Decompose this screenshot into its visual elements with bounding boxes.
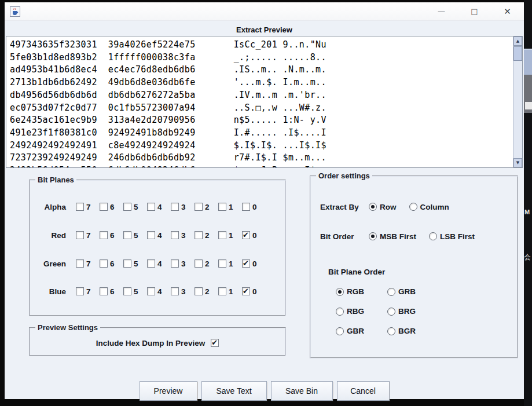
hex-line: 497343635f323031 39a4026ef5224e75 IsCc_2… [10, 39, 512, 52]
bit-cell: 5 [123, 259, 147, 268]
bit-cell: 2 [195, 203, 218, 211]
radio-circle[interactable] [336, 288, 344, 296]
bitplane-blue-2-checkbox[interactable] [195, 287, 203, 295]
bitplane-blue-3-checkbox[interactable] [171, 287, 179, 295]
radio-rgb[interactable]: RGB [336, 287, 387, 296]
scrollbar-thumb[interactable] [513, 46, 522, 61]
bitplane-blue-5-checkbox[interactable] [123, 287, 131, 295]
bitplane-alpha-0-checkbox[interactable] [242, 203, 250, 211]
bitplane-alpha-2-checkbox[interactable] [195, 203, 203, 211]
bitplane-green-0-checkbox[interactable] [242, 259, 250, 268]
radio-msb-first[interactable]: MSB First [369, 232, 416, 241]
radio-gbr[interactable]: GBR [336, 327, 387, 335]
radio-circle[interactable] [369, 232, 377, 240]
minimize-button[interactable]: — [425, 2, 458, 20]
bit-number-label: 3 [181, 231, 186, 240]
bitplane-green-4-checkbox[interactable] [147, 259, 155, 268]
radio-grb[interactable]: GRB [387, 287, 439, 296]
radio-circle[interactable] [336, 308, 344, 316]
bit-plane-row-green: Green76543210 [30, 258, 266, 269]
bit-cell: 3 [171, 203, 195, 211]
radio-bgr[interactable]: BGR [387, 327, 439, 335]
extract-by-row: Extract By RowColumn [320, 201, 462, 213]
hex-line: ec0753d07f2c0d77 0c1fb55723007a94 ..S.□,… [10, 102, 512, 115]
bitplane-blue-1-checkbox[interactable] [218, 287, 226, 295]
bit-plane-row-alpha: Alpha76543210 [30, 201, 266, 213]
radio-label: BRG [398, 307, 416, 316]
channel-label: Alpha [30, 203, 66, 211]
bitplane-green-5-checkbox[interactable] [123, 259, 131, 268]
bitplane-blue-6-checkbox[interactable] [100, 287, 108, 295]
bit-planes-group: Bit Planes Alpha76543210Red76543210Green… [29, 180, 286, 316]
bitplane-alpha-4-checkbox[interactable] [147, 203, 155, 211]
bitplane-red-7-checkbox[interactable] [76, 231, 84, 239]
background-window-artifact [524, 49, 532, 75]
radio-label: GRB [398, 287, 416, 296]
bit-number-label: 4 [157, 203, 162, 211]
save-text-button[interactable]: Save Text [201, 381, 267, 401]
bit-number-label: 0 [252, 203, 257, 211]
bit-plane-order-label: Bit Plane Order [328, 268, 385, 276]
radio-brg[interactable]: BRG [387, 307, 439, 316]
bitplane-blue-4-checkbox[interactable] [147, 287, 155, 295]
bitplane-red-2-checkbox[interactable] [195, 231, 203, 239]
cancel-button[interactable]: Cancel [337, 381, 390, 401]
radio-column[interactable]: Column [409, 203, 449, 211]
vertical-scrollbar[interactable]: ▲ ▼ [513, 36, 522, 167]
hex-lines: 497343635f323031 39a4026ef5224e75 IsCc_2… [10, 39, 512, 167]
radio-row[interactable]: Row [369, 203, 397, 211]
bit-number-label: 5 [134, 259, 138, 268]
bitplane-red-3-checkbox[interactable] [171, 231, 179, 239]
bit-cells: 76543210 [76, 259, 266, 268]
bit-cell: 2 [195, 231, 218, 240]
radio-circle[interactable] [409, 203, 417, 211]
hex-line: ad4953b41b6d8ec4 ec4ec76d8edb6db6 .IS..m… [10, 64, 512, 76]
hex-preview-textarea[interactable]: 497343635f323031 39a4026ef5224e75 IsCc_2… [6, 36, 523, 168]
radio-rbg[interactable]: RBG [336, 307, 387, 316]
preview-button[interactable]: Preview [140, 381, 197, 401]
bitplane-green-3-checkbox[interactable] [171, 259, 179, 268]
bit-number-label: 7 [86, 287, 91, 296]
radio-lsb-first[interactable]: LSB First [429, 232, 475, 241]
bitplane-green-6-checkbox[interactable] [100, 259, 108, 268]
bitplane-red-1-checkbox[interactable] [218, 231, 226, 239]
bitplane-alpha-5-checkbox[interactable] [123, 203, 131, 211]
bitplane-red-6-checkbox[interactable] [100, 231, 108, 239]
bitplane-green-2-checkbox[interactable] [195, 259, 203, 268]
radio-circle[interactable] [336, 327, 344, 335]
bit-cell: 6 [100, 231, 123, 240]
titlebar[interactable]: — □ ✕ [5, 2, 524, 21]
extract-preview-dialog: — □ ✕ Extract Preview 497343635f323031 3… [5, 2, 524, 399]
scroll-up-button[interactable]: ▲ [513, 36, 522, 46]
bitplane-alpha-6-checkbox[interactable] [100, 203, 108, 211]
background-window-artifact: 会 [524, 253, 532, 262]
scroll-down-button[interactable]: ▼ [513, 158, 522, 167]
hex-line: 5fe03b1d8ed893b2 1fffff000038c3fa _.;...… [10, 52, 512, 64]
bit-number-label: 1 [229, 287, 233, 296]
save-bin-button[interactable]: Save Bin [271, 381, 333, 401]
bitplane-blue-0-checkbox[interactable] [242, 287, 250, 295]
bitplane-alpha-7-checkbox[interactable] [76, 203, 84, 211]
radio-circle[interactable] [387, 308, 395, 316]
bit-number-label: 7 [86, 259, 91, 268]
bitplane-alpha-3-checkbox[interactable] [171, 203, 179, 211]
include-hex-dump-checkbox[interactable] [211, 339, 219, 347]
maximize-button[interactable]: □ [458, 2, 491, 20]
radio-circle[interactable] [369, 203, 377, 211]
bit-number-label: 3 [181, 203, 186, 211]
bitplane-green-1-checkbox[interactable] [218, 259, 226, 268]
bit-number-label: 1 [229, 231, 233, 240]
bitplane-green-7-checkbox[interactable] [76, 259, 84, 268]
radio-circle[interactable] [429, 232, 437, 240]
bitplane-alpha-1-checkbox[interactable] [218, 203, 226, 211]
bitplane-red-4-checkbox[interactable] [147, 231, 155, 239]
bitplane-red-5-checkbox[interactable] [123, 231, 131, 239]
radio-label: RBG [347, 307, 364, 316]
radio-circle[interactable] [387, 288, 395, 296]
bitplane-blue-7-checkbox[interactable] [76, 287, 84, 295]
group-title: Preview Settings [35, 323, 100, 332]
bitplane-red-0-checkbox[interactable] [242, 231, 250, 239]
bit-cell: 1 [218, 231, 242, 240]
close-button[interactable]: ✕ [491, 2, 524, 20]
radio-circle[interactable] [387, 327, 395, 335]
